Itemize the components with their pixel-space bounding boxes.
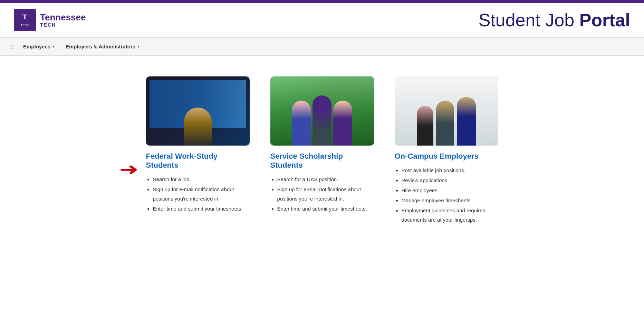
list-item: Enter time and submit your timesheets.: [153, 204, 250, 213]
brand-sub: TECH: [40, 22, 86, 28]
list-item: Post available job positions.: [402, 166, 498, 175]
list-item: Sign up for e-mail notifications about p…: [277, 185, 374, 203]
person-silhouette: [184, 108, 212, 146]
office-people: [417, 97, 476, 146]
list-item: Enter time and submit your timesheets.: [277, 204, 374, 213]
card-list-on-campus-employers: Post available job positions. Review app…: [395, 166, 498, 224]
card-list-federal-work-study: Search for a job. Sign up for e-mail not…: [146, 175, 250, 213]
nav-item-employers[interactable]: Employers & Administrators ▼: [62, 38, 144, 55]
office-person-3: [457, 97, 476, 146]
card-federal-work-study: ➜ Federal Work-Study Students Search for…: [146, 76, 250, 214]
list-item: Employment guidelines and required docum…: [402, 206, 498, 224]
logo-text: Tennessee TECH: [40, 12, 86, 28]
card-list-service-scholarship: Search for a UAS position. Sign up for e…: [270, 175, 374, 213]
main-content: ➜ Federal Work-Study Students Search for…: [0, 56, 644, 246]
top-purple-bar: [0, 0, 644, 3]
list-item: Manage employee timesheets.: [402, 196, 498, 205]
arrow-indicator: ➜: [119, 159, 138, 179]
list-item: Search for a job.: [153, 175, 250, 184]
card-title-on-campus-employers[interactable]: On-Campus Employers: [395, 152, 498, 161]
list-item: Hire employees.: [402, 186, 498, 195]
portal-title-bold: Portal: [579, 10, 630, 30]
site-header: T TECH Tennessee TECH Student Job Portal: [0, 3, 644, 38]
card-title-service-scholarship[interactable]: Service Scholarship Students: [270, 152, 374, 170]
card-title-federal-work-study[interactable]: Federal Work-Study Students: [146, 152, 250, 170]
chevron-down-icon-employers: ▼: [137, 45, 140, 48]
tennessee-tech-logo-icon: T TECH: [14, 9, 36, 31]
portal-title-text: Student Job: [479, 10, 579, 30]
card-service-scholarship: Service Scholarship Students Search for …: [270, 76, 374, 214]
list-item: Search for a UAS position.: [277, 175, 374, 184]
portal-title: Student Job Portal: [479, 10, 630, 30]
office-person-2: [436, 101, 454, 146]
card-image-service-scholarship: [270, 76, 374, 146]
home-icon[interactable]: ⌂: [7, 43, 16, 50]
nav-item-employees[interactable]: Employees ▼: [20, 38, 59, 55]
list-item: Review applications.: [402, 176, 498, 185]
list-item: Sign up for e-mail notification about po…: [153, 185, 250, 203]
cards-container: ➜ Federal Work-Study Students Search for…: [98, 76, 547, 225]
card-image-federal-work-study: [146, 76, 250, 146]
navbar: ⌂ Employees ▼ Employers & Administrators…: [0, 38, 644, 56]
nav-label-employees: Employees: [23, 44, 50, 49]
chevron-down-icon-employees: ▼: [52, 45, 55, 48]
student-fig-3: [333, 101, 352, 146]
office-person-1: [417, 106, 433, 146]
svg-text:T: T: [22, 13, 27, 21]
card-on-campus-employers: On-Campus Employers Post available job p…: [395, 76, 498, 225]
student-fig-2: [313, 95, 331, 146]
nav-label-employers: Employers & Administrators: [66, 44, 135, 49]
student-fig-1: [292, 101, 311, 146]
logo-area[interactable]: T TECH Tennessee TECH: [14, 9, 86, 31]
students-group: [292, 95, 352, 146]
card-image-on-campus-employers: [395, 76, 498, 146]
brand-name: Tennessee: [40, 12, 86, 22]
svg-text:TECH: TECH: [21, 24, 29, 27]
